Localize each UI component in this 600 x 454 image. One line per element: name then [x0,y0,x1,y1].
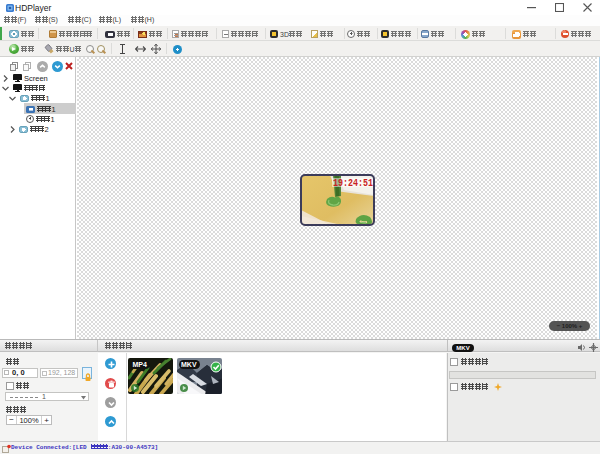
svg-text:MP4: MP4 [133,361,148,368]
svg-text:MKV: MKV [181,361,197,368]
svg-text:19:24:51: 19:24:51 [333,177,373,189]
